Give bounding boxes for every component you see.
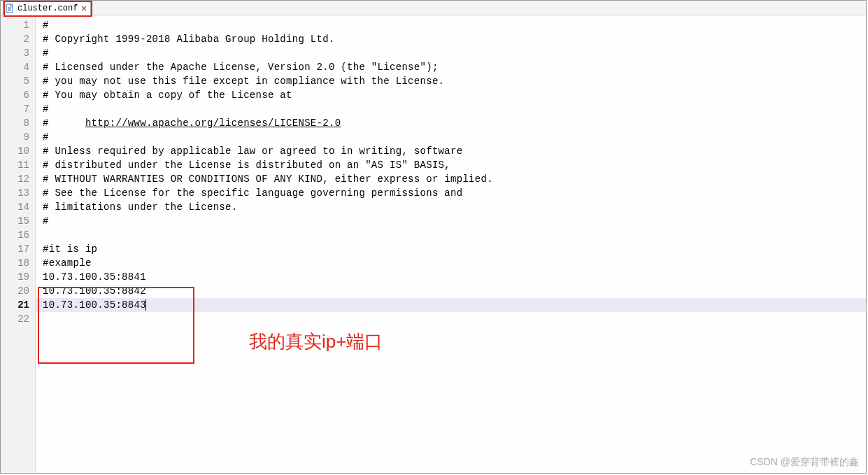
code-area[interactable]: ## Copyright 1999-2018 Alibaba Group Hol… [36,15,866,473]
code-line[interactable]: # [43,46,866,60]
code-line[interactable]: # Unless required by applicable law or a… [43,144,866,158]
code-line[interactable]: # Copyright 1999-2018 Alibaba Group Hold… [43,32,866,46]
line-number: 13 [1,186,29,200]
line-number: 21 [1,298,29,312]
editor-window: cluster.conf 123456789101112131415161718… [0,0,867,474]
svg-rect-0 [6,4,13,13]
code-line[interactable]: 10.73.100.35:8842 [43,284,866,298]
close-icon[interactable] [80,5,87,12]
editor-body: 12345678910111213141516171819202122 ## C… [1,15,866,473]
line-number: 11 [1,158,29,172]
code-line[interactable]: 10.73.100.35:8843 [36,298,866,312]
code-line[interactable]: #example [43,256,866,270]
code-line[interactable]: # [43,214,866,228]
code-line[interactable]: # Licensed under the Apache License, Ver… [43,60,866,74]
code-line[interactable]: # [43,18,866,32]
line-number: 19 [1,270,29,284]
code-line[interactable]: # you may not use this file except in co… [43,74,866,88]
line-number: 2 [1,32,29,46]
line-number: 12 [1,172,29,186]
code-line[interactable]: # WITHOUT WARRANTIES OR CONDITIONS OF AN… [43,172,866,186]
file-tab[interactable]: cluster.conf [3,1,91,15]
line-number: 4 [1,60,29,74]
code-line[interactable]: # You may obtain a copy of the License a… [43,88,866,102]
line-number-gutter: 12345678910111213141516171819202122 [1,15,36,473]
line-number: 17 [1,242,29,256]
line-number: 6 [1,88,29,102]
text-caret [145,299,146,311]
file-icon [5,3,15,13]
line-number: 10 [1,144,29,158]
code-line[interactable] [43,228,866,242]
code-line[interactable]: #it is ip [43,242,866,256]
line-number: 18 [1,256,29,270]
line-number: 3 [1,46,29,60]
code-line[interactable]: # http://www.apache.org/licenses/LICENSE… [43,116,866,130]
code-line[interactable]: # See the License for the specific langu… [43,186,866,200]
line-number: 8 [1,116,29,130]
line-number: 20 [1,284,29,298]
code-line[interactable]: # distributed under the License is distr… [43,158,866,172]
line-number: 16 [1,228,29,242]
line-number: 1 [1,18,29,32]
line-number: 15 [1,214,29,228]
code-line[interactable]: 10.73.100.35:8841 [43,270,866,284]
line-number: 5 [1,74,29,88]
code-line[interactable] [43,312,866,326]
code-line[interactable]: # [43,102,866,116]
tab-filename: cluster.conf [17,2,78,15]
code-line[interactable]: # [43,130,866,144]
license-url-link[interactable]: http://www.apache.org/licenses/LICENSE-2… [85,118,341,129]
line-number: 14 [1,200,29,214]
line-number: 7 [1,102,29,116]
code-line[interactable]: # limitations under the License. [43,200,866,214]
line-number: 22 [1,312,29,326]
line-number: 9 [1,130,29,144]
tab-bar: cluster.conf [1,1,866,15]
